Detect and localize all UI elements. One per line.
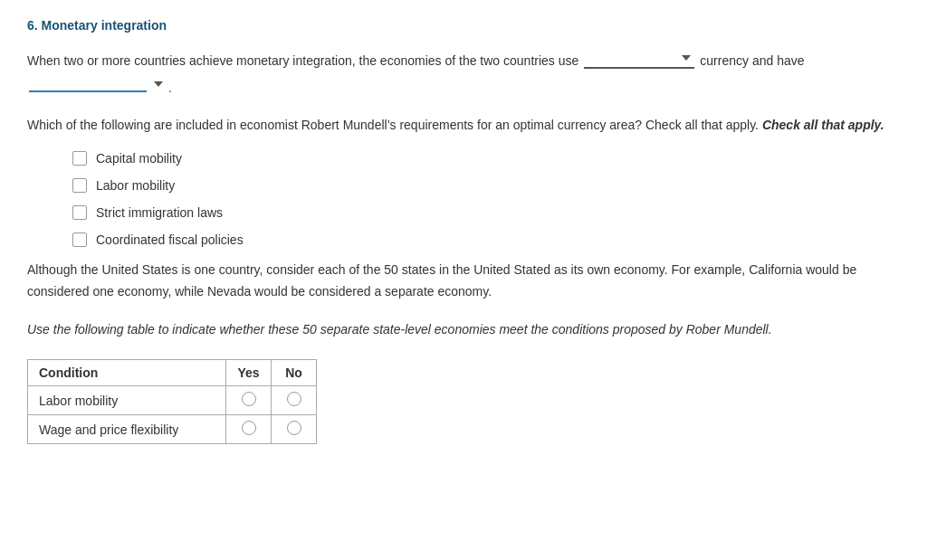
checkbox-label-immigration: Strict immigration laws [96,205,223,220]
table-container: Condition Yes No Labor mobility Wage and… [27,359,317,444]
dropdown2-container[interactable] [29,76,163,92]
checkbox-item-labor[interactable]: Labor mobility [72,178,900,193]
checkbox-item-fiscal[interactable]: Coordinated fiscal policies [72,233,900,247]
section-title: 6. Monetary integration [27,18,900,33]
checkbox-list: Capital mobility Labor mobility Strict i… [72,151,900,247]
table-instruction: Use the following table to indicate whet… [27,319,900,339]
row2-yes-radio[interactable] [242,421,256,435]
checkbox-label-capital: Capital mobility [96,151,182,166]
table-header-row: Condition Yes No [28,360,317,386]
row1-yes-cell[interactable] [226,386,272,415]
dropdown2[interactable] [29,76,147,92]
checkboxes-question-text: Which of the following are included in e… [27,118,884,132]
dropdown2-arrow-icon [154,81,163,87]
row2-condition: Wage and price flexibility [28,415,226,444]
checkbox-capital[interactable] [72,151,87,166]
table-row: Wage and price flexibility [28,415,317,444]
sentence-part1: When two or more countries achieve monet… [27,51,578,71]
row1-yes-radio[interactable] [242,392,256,406]
checkboxes-question: Which of the following are included in e… [27,115,900,135]
table-row: Labor mobility [28,386,317,415]
col-yes: Yes [226,360,272,386]
sentence-part2: currency and have [700,51,804,71]
row1-no-radio[interactable] [287,392,301,406]
dropdown1[interactable] [584,49,694,69]
checkbox-fiscal[interactable] [72,233,87,247]
row2-no-radio[interactable] [287,421,301,435]
conditions-table: Condition Yes No Labor mobility Wage and… [27,359,317,444]
dropdown1-arrow-icon [682,55,691,61]
row1-no-cell[interactable] [272,386,317,415]
checkbox-item-capital[interactable]: Capital mobility [72,151,900,166]
row2-no-cell[interactable] [272,415,317,444]
dropdown1-value [588,51,678,65]
checkbox-label-labor: Labor mobility [96,178,175,193]
checkboxes-question-italic: Check all that apply. [762,118,884,132]
col-no: No [272,360,317,386]
paragraph-text: Although the United States is one countr… [27,262,856,299]
sentence-period: . [168,78,172,98]
checkbox-item-immigration[interactable]: Strict immigration laws [72,205,900,220]
checkbox-labor[interactable] [72,178,87,193]
row2-yes-cell[interactable] [226,415,272,444]
paragraph-block: Although the United States is one countr… [27,260,900,303]
checkbox-immigration[interactable] [72,205,87,220]
col-condition: Condition [28,360,226,386]
row1-condition: Labor mobility [28,386,226,415]
dropdown1-container[interactable] [584,49,694,69]
checkbox-label-fiscal: Coordinated fiscal policies [96,233,244,247]
